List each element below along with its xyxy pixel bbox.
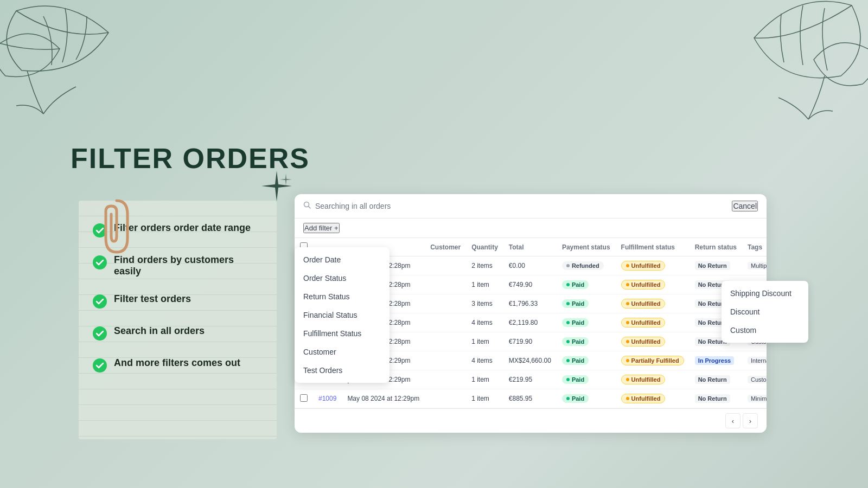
orders-panel: Searching in all orders Cancel Add filte… [295,194,767,433]
filter-bar: Add filter + [295,219,767,238]
row-checkbox-cell [295,389,313,408]
next-page-button[interactable]: › [743,413,758,428]
fulfillment-badge: Unfulfilled [621,280,666,290]
fulfillment-badge: Unfulfilled [621,375,666,384]
row-return-status: No Return [690,370,742,389]
row-customer [425,389,466,408]
fulfillment-badge: Partially Fulfilled [621,356,684,365]
row-customer [425,294,466,313]
row-fulfillment-status: Partially Fulfilled [616,351,690,370]
row-payment-status: Paid [557,332,616,351]
row-return-status: No Return [690,389,742,408]
search-bar: Searching in all orders Cancel [295,194,767,219]
discount-submenu: Shipping Discount Discount Custom [722,281,808,343]
row-customer [425,275,466,294]
row-quantity: 1 item [466,275,503,294]
row-payment-status: Paid [557,370,616,389]
sparkle-decoration [258,168,296,209]
row-date: May 08 2024 at 12:29pm [342,389,425,408]
row-total: MX$24,660.00 [503,351,557,370]
payment-badge: Paid [562,394,589,403]
filter-item-customer[interactable]: Customer [295,343,390,361]
filter-item-financial-status[interactable]: Financial Status [295,306,390,324]
filter-item-fulfillment-status[interactable]: Fulfillment Status [295,324,390,343]
cancel-button[interactable]: Cancel [732,201,758,211]
fulfillment-badge: Unfulfilled [621,299,666,309]
th-customer: Customer [425,238,466,256]
row-quantity: 4 items [466,351,503,370]
filter-item-return-status[interactable]: Return Status [295,287,390,306]
row-total: €0.00 [503,256,557,275]
row-total: €1,796.33 [503,294,557,313]
check-icon-4 [92,326,107,341]
row-quantity: 1 item [466,370,503,389]
row-customer [425,256,466,275]
row-total: €2,119.80 [503,313,557,332]
row-quantity: 2 items [466,256,503,275]
row-return-status: In Progress [690,351,742,370]
row-payment-status: Refunded [557,256,616,275]
row-customer [425,370,466,389]
row-payment-status: Paid [557,389,616,408]
payment-badge: Paid [562,375,589,384]
tag-pill: Custom Item [748,376,767,383]
feature-item-4: Search in all orders [92,325,263,341]
fulfillment-badge: Unfulfilled [621,394,666,403]
row-quantity: 1 item [466,389,503,408]
return-badge: No Return [695,261,730,270]
row-fulfillment-status: Unfulfilled [616,313,690,332]
fulfillment-badge: Unfulfilled [621,337,666,346]
th-payment-status: Payment status [557,238,616,256]
row-fulfillment-status: Unfulfilled [616,294,690,313]
payment-badge: Paid [562,318,589,327]
row-customer [425,332,466,351]
pagination: ‹ › [295,408,767,433]
discount-item-custom[interactable]: Custom [722,321,808,339]
row-customer [425,351,466,370]
fulfillment-badge: Unfulfilled [621,318,666,328]
search-icon [303,201,311,211]
tag-pill: Minimal Info [748,395,767,402]
row-total: €719.90 [503,332,557,351]
search-text: Searching in all orders [315,202,727,210]
svg-point-4 [93,358,107,373]
discount-item-discount[interactable]: Discount [722,303,808,321]
row-quantity: 4 items [466,313,503,332]
payment-badge: Paid [562,356,589,365]
tag-pill: International Market [748,357,767,364]
feature-item-3: Filter test orders [92,293,263,309]
filter-item-test-orders[interactable]: Test Orders [295,361,390,380]
filter-item-order-status[interactable]: Order Status [295,269,390,287]
row-payment-status: Paid [557,275,616,294]
table-row: #1009May 08 2024 at 12:29pm1 item€885.95… [295,389,767,408]
prev-page-button[interactable]: ‹ [725,413,741,428]
row-customer [425,313,466,332]
th-fulfillment-status: Fulfillment status [616,238,690,256]
check-icon-5 [92,358,107,373]
payment-badge: Refunded [562,261,604,270]
tag-pill: Multiple Fulfillments [748,262,767,269]
svg-point-3 [93,326,107,341]
order-link[interactable]: #1009 [318,395,336,402]
th-total: Total [503,238,557,256]
filter-item-order-date[interactable]: Order Date [295,251,390,269]
row-fulfillment-status: Unfulfilled [616,370,690,389]
check-icon-3 [92,294,107,309]
th-return-status: Return status [690,238,742,256]
paperclip [100,195,133,260]
row-order: #1009 [313,389,342,408]
row-fulfillment-status: Unfulfilled [616,389,690,408]
row-total: €219.95 [503,370,557,389]
row-tags: Custom Item [742,370,767,389]
row-checkbox[interactable] [300,394,308,402]
row-fulfillment-status: Unfulfilled [616,332,690,351]
row-fulfillment-status: Unfulfilled [616,256,690,275]
row-payment-status: Paid [557,313,616,332]
row-tags: International Market [742,351,767,370]
row-quantity: 1 item [466,332,503,351]
row-tags: Minimal Info [742,389,767,408]
feature-item-5: And more filters comes out [92,357,263,373]
add-filter-button[interactable]: Add filter + [303,223,340,233]
discount-item-shipping[interactable]: Shipping Discount [722,284,808,303]
return-badge: No Return [695,394,730,403]
